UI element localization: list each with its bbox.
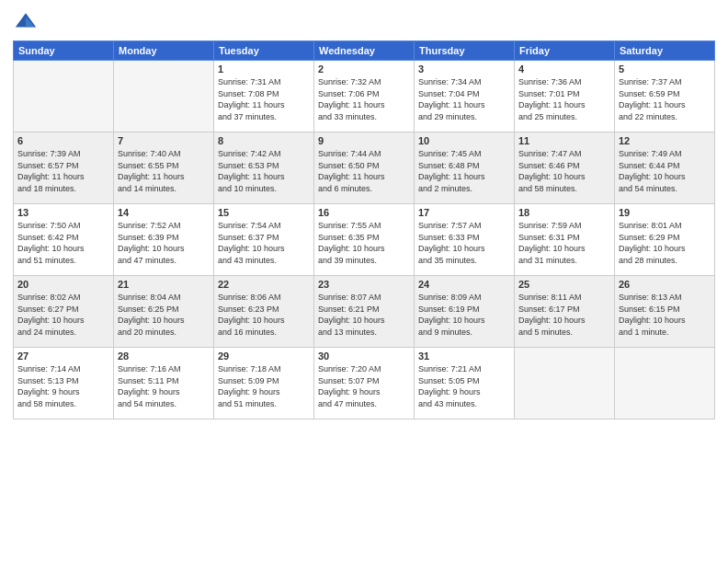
calendar-cell: 5Sunrise: 7:37 AM Sunset: 6:59 PM Daylig… [615,61,715,132]
calendar-cell [615,348,715,419]
day-detail: Sunrise: 8:02 AM Sunset: 6:27 PM Dayligh… [17,292,109,338]
day-number: 6 [17,135,109,146]
calendar-cell: 4Sunrise: 7:36 AM Sunset: 7:01 PM Daylig… [515,61,615,132]
calendar-cell: 14Sunrise: 7:52 AM Sunset: 6:39 PM Dayli… [114,204,214,276]
day-number: 3 [418,63,510,75]
day-detail: Sunrise: 8:06 AM Sunset: 6:23 PM Dayligh… [218,292,310,338]
calendar-cell: 13Sunrise: 7:50 AM Sunset: 6:42 PM Dayli… [14,204,114,276]
day-number: 8 [218,135,310,146]
day-detail: Sunrise: 7:42 AM Sunset: 6:53 PM Dayligh… [218,148,310,194]
calendar-cell: 10Sunrise: 7:45 AM Sunset: 6:48 PM Dayli… [415,132,515,204]
day-number: 13 [17,207,109,218]
day-number: 25 [518,279,610,290]
day-number: 12 [619,135,711,146]
calendar-cell: 27Sunrise: 7:14 AM Sunset: 5:13 PM Dayli… [14,348,114,419]
calendar-week-row: 1Sunrise: 7:31 AM Sunset: 7:08 PM Daylig… [14,61,715,132]
day-number: 30 [318,350,410,362]
weekday-header: Saturday [615,41,715,61]
weekday-header-row: SundayMondayTuesdayWednesdayThursdayFrid… [14,41,715,61]
calendar-week-row: 20Sunrise: 8:02 AM Sunset: 6:27 PM Dayli… [14,276,715,348]
calendar-cell: 8Sunrise: 7:42 AM Sunset: 6:53 PM Daylig… [214,132,314,204]
calendar-cell: 26Sunrise: 8:13 AM Sunset: 6:15 PM Dayli… [615,276,715,348]
day-number: 18 [518,207,610,218]
day-detail: Sunrise: 7:50 AM Sunset: 6:42 PM Dayligh… [17,220,109,266]
day-detail: Sunrise: 7:37 AM Sunset: 6:59 PM Dayligh… [619,76,711,122]
calendar-cell: 25Sunrise: 8:11 AM Sunset: 6:17 PM Dayli… [515,276,615,348]
calendar-cell: 24Sunrise: 8:09 AM Sunset: 6:19 PM Dayli… [415,276,515,348]
day-detail: Sunrise: 7:20 AM Sunset: 5:07 PM Dayligh… [318,363,410,409]
day-number: 20 [17,279,109,290]
logo [13,9,40,35]
day-number: 7 [118,135,210,146]
day-detail: Sunrise: 7:34 AM Sunset: 7:04 PM Dayligh… [418,76,510,122]
day-number: 21 [118,279,210,290]
calendar-cell: 1Sunrise: 7:31 AM Sunset: 7:08 PM Daylig… [214,61,314,132]
calendar-cell: 30Sunrise: 7:20 AM Sunset: 5:07 PM Dayli… [314,348,415,419]
header [13,9,715,35]
day-detail: Sunrise: 7:47 AM Sunset: 6:46 PM Dayligh… [518,148,610,194]
calendar-cell: 22Sunrise: 8:06 AM Sunset: 6:23 PM Dayli… [214,276,314,348]
day-detail: Sunrise: 7:45 AM Sunset: 6:48 PM Dayligh… [418,148,510,194]
calendar-table: SundayMondayTuesdayWednesdayThursdayFrid… [13,40,715,419]
day-detail: Sunrise: 7:36 AM Sunset: 7:01 PM Dayligh… [518,76,610,122]
calendar-cell: 20Sunrise: 8:02 AM Sunset: 6:27 PM Dayli… [14,276,114,348]
calendar-cell: 15Sunrise: 7:54 AM Sunset: 6:37 PM Dayli… [214,204,314,276]
day-number: 27 [17,350,109,362]
day-number: 22 [218,279,310,290]
day-number: 15 [218,207,310,218]
day-number: 1 [218,63,310,75]
calendar-cell: 9Sunrise: 7:44 AM Sunset: 6:50 PM Daylig… [314,132,415,204]
calendar-week-row: 27Sunrise: 7:14 AM Sunset: 5:13 PM Dayli… [14,348,715,419]
calendar-week-row: 13Sunrise: 7:50 AM Sunset: 6:42 PM Dayli… [14,204,715,276]
calendar-cell: 18Sunrise: 7:59 AM Sunset: 6:31 PM Dayli… [515,204,615,276]
day-detail: Sunrise: 7:14 AM Sunset: 5:13 PM Dayligh… [17,363,109,409]
weekday-header: Tuesday [214,41,314,61]
calendar-cell: 3Sunrise: 7:34 AM Sunset: 7:04 PM Daylig… [415,61,515,132]
day-number: 14 [118,207,210,218]
day-detail: Sunrise: 8:13 AM Sunset: 6:15 PM Dayligh… [619,292,711,338]
day-number: 29 [218,350,310,362]
weekday-header: Thursday [415,41,515,61]
day-detail: Sunrise: 7:55 AM Sunset: 6:35 PM Dayligh… [318,220,410,266]
day-number: 23 [318,279,410,290]
weekday-header: Sunday [14,41,114,61]
day-detail: Sunrise: 7:57 AM Sunset: 6:33 PM Dayligh… [418,220,510,266]
day-number: 26 [619,279,711,290]
calendar-week-row: 6Sunrise: 7:39 AM Sunset: 6:57 PM Daylig… [14,132,715,204]
calendar-cell: 11Sunrise: 7:47 AM Sunset: 6:46 PM Dayli… [515,132,615,204]
day-number: 28 [118,350,210,362]
calendar-cell: 12Sunrise: 7:49 AM Sunset: 6:44 PM Dayli… [615,132,715,204]
day-number: 9 [318,135,410,146]
calendar-cell: 16Sunrise: 7:55 AM Sunset: 6:35 PM Dayli… [314,204,415,276]
day-detail: Sunrise: 7:49 AM Sunset: 6:44 PM Dayligh… [619,148,711,194]
day-detail: Sunrise: 7:16 AM Sunset: 5:11 PM Dayligh… [118,363,210,409]
calendar-cell [14,61,114,132]
calendar-cell: 23Sunrise: 8:07 AM Sunset: 6:21 PM Dayli… [314,276,415,348]
day-number: 19 [619,207,711,218]
weekday-header: Friday [515,41,615,61]
weekday-header: Wednesday [314,41,415,61]
calendar-cell [114,61,214,132]
day-detail: Sunrise: 7:39 AM Sunset: 6:57 PM Dayligh… [17,148,109,194]
day-number: 2 [318,63,410,75]
calendar-cell: 19Sunrise: 8:01 AM Sunset: 6:29 PM Dayli… [615,204,715,276]
day-number: 17 [418,207,510,218]
day-detail: Sunrise: 8:07 AM Sunset: 6:21 PM Dayligh… [318,292,410,338]
day-detail: Sunrise: 7:21 AM Sunset: 5:05 PM Dayligh… [418,363,510,409]
day-detail: Sunrise: 7:44 AM Sunset: 6:50 PM Dayligh… [318,148,410,194]
day-detail: Sunrise: 7:59 AM Sunset: 6:31 PM Dayligh… [518,220,610,266]
day-detail: Sunrise: 8:01 AM Sunset: 6:29 PM Dayligh… [619,220,711,266]
day-number: 11 [518,135,610,146]
day-number: 4 [518,63,610,75]
day-detail: Sunrise: 7:40 AM Sunset: 6:55 PM Dayligh… [118,148,210,194]
day-detail: Sunrise: 7:31 AM Sunset: 7:08 PM Dayligh… [218,76,310,122]
day-detail: Sunrise: 7:18 AM Sunset: 5:09 PM Dayligh… [218,363,310,409]
logo-icon [13,9,39,35]
day-number: 10 [418,135,510,146]
day-number: 31 [418,350,510,362]
calendar-cell: 7Sunrise: 7:40 AM Sunset: 6:55 PM Daylig… [114,132,214,204]
calendar-cell: 6Sunrise: 7:39 AM Sunset: 6:57 PM Daylig… [14,132,114,204]
day-detail: Sunrise: 8:04 AM Sunset: 6:25 PM Dayligh… [118,292,210,338]
day-detail: Sunrise: 7:52 AM Sunset: 6:39 PM Dayligh… [118,220,210,266]
calendar-cell [515,348,615,419]
